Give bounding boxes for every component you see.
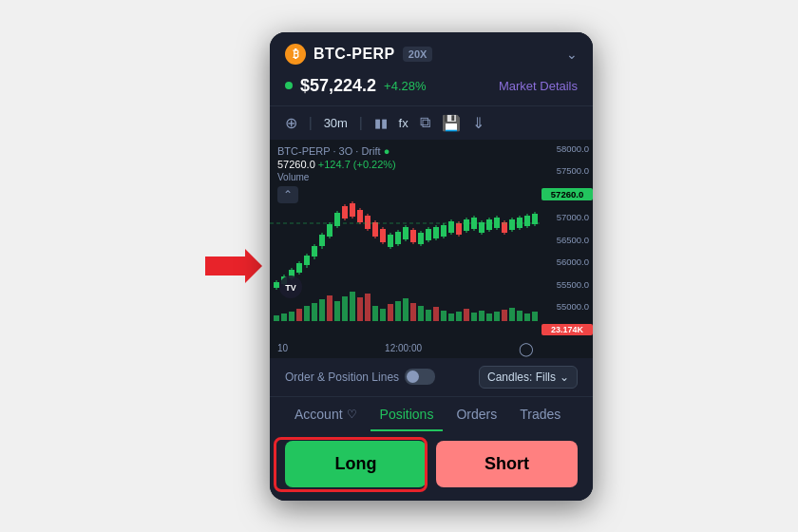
- chevron-down-icon[interactable]: ⌄: [566, 47, 578, 62]
- svg-rect-26: [464, 309, 469, 321]
- svg-rect-73: [410, 230, 416, 242]
- toolbar-divider2: |: [359, 115, 363, 130]
- action-row: Long Short: [270, 431, 593, 501]
- svg-rect-13: [365, 294, 370, 321]
- svg-rect-30: [494, 312, 500, 321]
- svg-rect-59: [357, 210, 363, 222]
- svg-rect-9: [334, 301, 340, 321]
- svg-rect-24: [448, 314, 454, 321]
- chart-settings-icon[interactable]: ◯: [519, 341, 534, 356]
- opl-left: Order & Position Lines: [285, 369, 435, 385]
- svg-rect-105: [532, 214, 538, 224]
- toolbar-divider: |: [309, 115, 313, 130]
- candles-label: Candles: Fills: [487, 370, 556, 384]
- price-55500: 55500.0: [542, 279, 593, 290]
- opl-label: Order & Position Lines: [285, 370, 399, 384]
- pair-name: BTC-PERP: [314, 46, 395, 63]
- toolbar: ⊕ | 30m | ▮▮ fx ⧉ 💾 ⇓: [270, 105, 593, 140]
- layout-button[interactable]: ⧉: [420, 114, 430, 131]
- svg-rect-8: [327, 295, 332, 321]
- svg-rect-7: [319, 299, 325, 321]
- tab-trades-label: Trades: [520, 407, 560, 422]
- time-10: 10: [277, 343, 288, 353]
- candles-chevron-icon: ⌄: [560, 370, 569, 384]
- svg-rect-43: [296, 263, 302, 273]
- svg-rect-93: [486, 219, 492, 230]
- chart-pair-label: BTC-PERP · 3O · Drift ●: [277, 145, 396, 157]
- price-57500: 57500.0: [542, 165, 593, 176]
- svg-rect-99: [509, 219, 515, 230]
- svg-rect-4: [296, 309, 302, 321]
- tabs-row: Account ♡ Positions Orders Trades: [270, 396, 593, 431]
- svg-rect-34: [524, 314, 530, 321]
- tab-account[interactable]: Account ♡: [285, 397, 367, 431]
- time-noon: 12:00:00: [385, 343, 422, 353]
- svg-rect-51: [327, 224, 332, 237]
- phone-card: ₿ BTC-PERP 20X ⌄ $57,224.2 +4.28% Market…: [270, 32, 593, 501]
- svg-rect-63: [372, 222, 378, 237]
- svg-rect-55: [342, 206, 348, 218]
- svg-rect-18: [403, 298, 408, 321]
- expand-chart-button[interactable]: ⌃: [277, 185, 298, 202]
- candles-select[interactable]: Candles: Fills ⌄: [479, 366, 578, 389]
- svg-rect-1: [274, 315, 279, 321]
- svg-rect-11: [350, 292, 355, 321]
- svg-rect-65: [380, 229, 386, 242]
- long-button[interactable]: Long: [285, 441, 427, 487]
- arrow-icon: [205, 249, 262, 283]
- svg-rect-69: [395, 232, 401, 244]
- svg-rect-12: [357, 297, 363, 321]
- tab-trades[interactable]: Trades: [510, 397, 570, 431]
- opl-toggle[interactable]: [405, 369, 435, 385]
- short-button[interactable]: Short: [436, 441, 578, 487]
- svg-rect-16: [388, 304, 393, 321]
- header-left: ₿ BTC-PERP 20X: [285, 44, 432, 65]
- svg-rect-91: [479, 222, 484, 233]
- svg-rect-15: [380, 309, 386, 321]
- svg-rect-27: [471, 313, 477, 321]
- svg-rect-95: [494, 218, 500, 228]
- price-56000: 56000.0: [542, 256, 593, 267]
- svg-rect-47: [312, 246, 317, 256]
- svg-rect-5: [304, 306, 310, 321]
- svg-rect-75: [418, 233, 424, 244]
- fx-button[interactable]: fx: [399, 116, 408, 130]
- svg-rect-6: [312, 303, 317, 321]
- candle-type-button[interactable]: ▮▮: [374, 116, 388, 130]
- svg-rect-2: [281, 314, 287, 321]
- tab-positions-label: Positions: [380, 407, 434, 422]
- price-dot: [285, 82, 293, 89]
- market-details-link[interactable]: Market Details: [499, 79, 578, 93]
- download-button[interactable]: ⇓: [472, 114, 484, 132]
- svg-rect-25: [456, 312, 462, 321]
- svg-rect-3: [289, 312, 294, 321]
- save-button[interactable]: 💾: [442, 114, 461, 132]
- svg-rect-19: [410, 303, 416, 321]
- svg-rect-77: [426, 229, 431, 240]
- heart-icon: ♡: [347, 408, 357, 421]
- svg-rect-101: [517, 218, 522, 228]
- tab-orders[interactable]: Orders: [446, 397, 506, 431]
- svg-rect-32: [509, 308, 515, 321]
- price-change: +4.28%: [384, 79, 426, 93]
- svg-rect-21: [426, 310, 431, 321]
- add-chart-button[interactable]: ⊕: [285, 114, 297, 132]
- svg-rect-33: [517, 311, 522, 321]
- svg-rect-29: [486, 314, 492, 321]
- svg-rect-28: [479, 311, 484, 321]
- svg-marker-0: [205, 249, 262, 283]
- svg-rect-22: [433, 307, 439, 321]
- price-row: $57,224.2 +4.28% Market Details: [270, 72, 593, 105]
- svg-rect-87: [464, 219, 469, 231]
- svg-rect-14: [372, 306, 378, 321]
- leverage-badge: 20X: [403, 47, 433, 62]
- tab-positions[interactable]: Positions: [370, 397, 444, 431]
- controls-row: Order & Position Lines Candles: Fills ⌄: [270, 358, 593, 396]
- price-55000: 55000.0: [542, 301, 593, 312]
- svg-rect-61: [365, 216, 370, 229]
- chart-area: BTC-PERP · 3O · Drift ● 57260.0 +124.7 (…: [270, 140, 593, 339]
- svg-rect-20: [418, 306, 424, 321]
- interval-button[interactable]: 30m: [324, 116, 348, 130]
- svg-rect-17: [395, 301, 401, 321]
- price-57000: 57000.0: [542, 212, 593, 222]
